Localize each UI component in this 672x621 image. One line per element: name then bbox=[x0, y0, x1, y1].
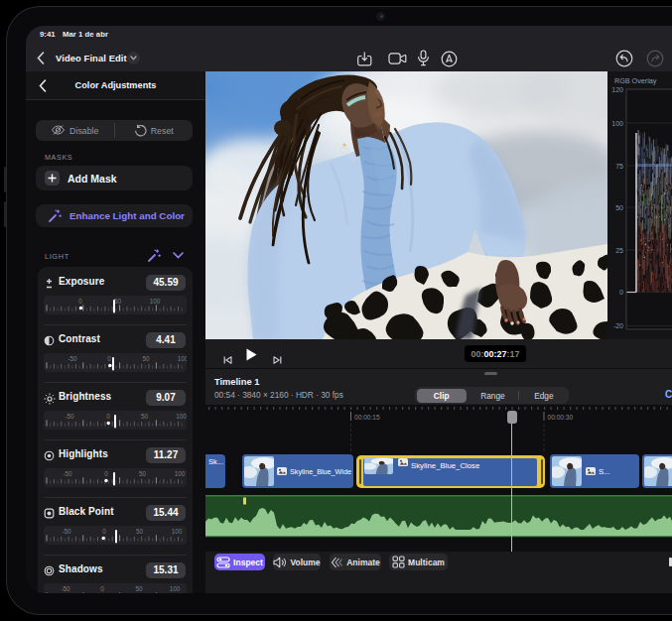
svg-text:100: 100 bbox=[178, 355, 187, 362]
svg-text:0: 0 bbox=[102, 528, 106, 535]
svg-text:100: 100 bbox=[176, 413, 187, 420]
svg-text:-50: -50 bbox=[62, 528, 71, 535]
svg-text:120: 120 bbox=[611, 86, 623, 93]
svg-text:50: 50 bbox=[114, 298, 122, 305]
svg-text:50: 50 bbox=[135, 585, 143, 592]
svg-text:100: 100 bbox=[172, 528, 183, 535]
svg-text:00:00:15: 00:00:15 bbox=[354, 414, 380, 421]
svg-text:100: 100 bbox=[175, 470, 186, 477]
svg-text:0: 0 bbox=[100, 585, 104, 592]
svg-text:RGB Overlay: RGB Overlay bbox=[614, 76, 657, 85]
svg-text:100: 100 bbox=[611, 120, 623, 127]
svg-text:50: 50 bbox=[142, 355, 150, 362]
svg-text:00:00:30: 00:00:30 bbox=[548, 414, 574, 421]
svg-text:25: 25 bbox=[615, 247, 623, 254]
svg-text:100: 100 bbox=[150, 298, 161, 305]
svg-text:50: 50 bbox=[615, 204, 623, 211]
svg-text:0: 0 bbox=[107, 355, 111, 362]
svg-text:-20: -20 bbox=[613, 322, 623, 329]
svg-text:0: 0 bbox=[619, 289, 623, 296]
svg-text:50: 50 bbox=[139, 470, 147, 477]
svg-text:-50: -50 bbox=[63, 470, 72, 477]
svg-text:50: 50 bbox=[136, 528, 144, 535]
svg-text:0: 0 bbox=[106, 413, 110, 420]
svg-text:0: 0 bbox=[104, 470, 108, 477]
svg-text:50: 50 bbox=[141, 413, 149, 420]
svg-text:100: 100 bbox=[170, 585, 181, 592]
svg-text:-50: -50 bbox=[65, 413, 74, 420]
svg-text:-50: -50 bbox=[61, 585, 70, 592]
svg-text:75: 75 bbox=[615, 163, 623, 170]
svg-text:0: 0 bbox=[78, 298, 82, 305]
svg-text:-50: -50 bbox=[67, 355, 77, 362]
